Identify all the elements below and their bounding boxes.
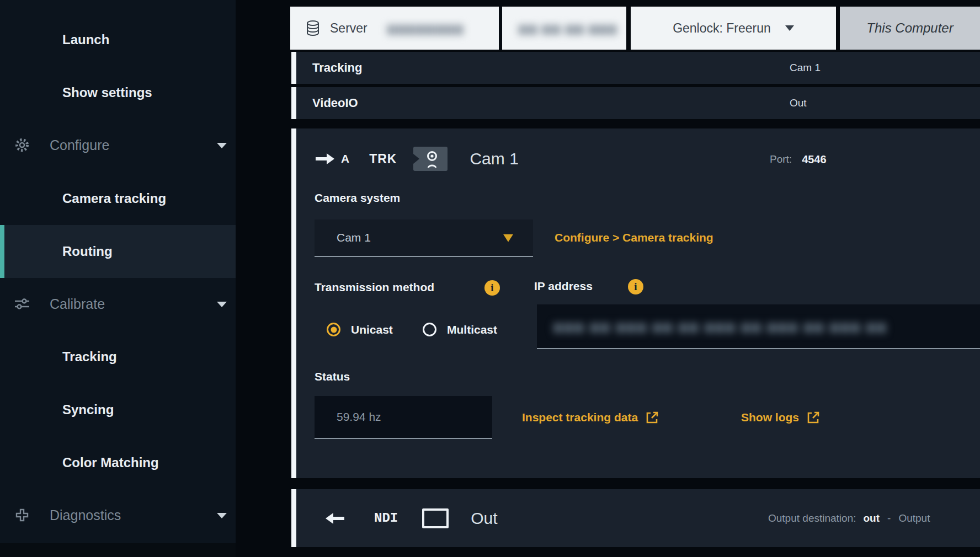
info-icon[interactable]: i [484,280,500,296]
arrow-left-icon [324,512,345,525]
sidebar-item-tracking[interactable]: Tracking [0,330,236,383]
ip-address-redacted: ▆▆▆.▆▆ ▆▆▆.▆▆.▆▆ ▆▆▆.▆▆.▆▆▆ ▆▆.▆▆▆.▆▆ [537,320,887,333]
external-link-icon [645,410,659,425]
sidebar-group-configure[interactable]: Configure [0,119,236,172]
camera-icon [413,147,448,171]
sidebar-item-label: Syncing [0,402,114,417]
radio-unselected-icon[interactable] [423,323,436,336]
selected-indicator-bar [0,225,4,278]
camera-system-value: Cam 1 [337,231,371,244]
show-logs-link[interactable]: Show logs [741,410,821,425]
genlock-dropdown[interactable]: Genlock: Freerun [631,7,836,50]
camera-system-label: Camera system [315,191,400,205]
sliders-icon [12,297,32,311]
server-tab[interactable]: Server ▆▆▆▆▆▆▆▆ ▆▆.▆▆.▆▆.▆▆▆ [290,7,626,50]
server-ip-redacted: ▆▆.▆▆.▆▆.▆▆▆ [519,22,617,35]
sidebar-item-launch[interactable]: Launch [0,13,236,66]
show-logs-label: Show logs [741,411,799,424]
inspect-tracking-data-link[interactable]: Inspect tracking data [522,410,659,425]
ip-address-label: IP address [534,280,593,293]
port-label: Port: [770,153,792,165]
output-destination-readout: Output destination: out - Output [768,489,930,547]
sidebar-item-routing[interactable]: Routing [0,225,236,278]
output-destination-separator: - [887,512,891,524]
sidebar-group-calibrate[interactable]: Calibrate [0,277,236,330]
sidebar-item-label: Launch [0,32,109,47]
tracking-route-panel: A TRK Cam 1 Port: 4546 Camera system Cam… [291,128,980,478]
input-channel-letter: A [341,152,349,165]
port-readout: Port: 4546 [770,153,827,166]
sidebar: Launch Show settings Configure Camera tr… [0,0,236,557]
radio-label: Multicast [447,323,497,336]
sidebar-item-label: Color Matching [0,455,159,470]
info-icon[interactable]: i [628,279,643,294]
sidebar-item-label: Routing [0,244,113,259]
configure-camera-tracking-link[interactable]: Configure > Camera tracking [555,231,713,244]
route-title: Out [471,509,497,528]
route-name: VideoIO [312,96,358,110]
chevron-down-icon [785,25,794,31]
radio-multicast[interactable]: Multicast [423,323,497,336]
database-icon [306,20,320,36]
health-icon [12,508,32,522]
status-label: Status [315,370,350,383]
route-row-videoio[interactable]: VideoIO Out [291,87,980,119]
route-title: Cam 1 [470,149,518,168]
tracking-links-row: Inspect tracking data Show logs [296,403,980,432]
this-computer-label: This Computer [866,20,953,36]
route-type-badge: TRK [369,152,397,167]
sidebar-footer-strip [0,543,236,557]
radio-selected-icon[interactable] [327,323,340,336]
route-value: Cam 1 [790,62,821,74]
camera-system-select[interactable]: Cam 1 [315,219,533,257]
chevron-down-icon[interactable] [217,302,227,307]
tracking-panel-header: A TRK Cam 1 [296,138,980,179]
gear-icon [12,137,32,153]
route-name: Tracking [312,61,362,75]
app-window: Launch Show settings Configure Camera tr… [0,0,980,557]
tab-this-computer[interactable]: This Computer [840,7,980,50]
sidebar-item-show-settings[interactable]: Show settings [0,66,236,119]
output-destination-label: Output destination: [768,512,856,524]
ip-address-field[interactable]: ▆▆▆.▆▆ ▆▆▆.▆▆.▆▆ ▆▆▆.▆▆.▆▆▆ ▆▆.▆▆▆.▆▆ [537,304,980,349]
sidebar-item-syncing[interactable]: Syncing [0,383,236,436]
chevron-down-icon[interactable] [217,143,227,148]
info-glyph: i [491,282,493,294]
sidebar-item-color-matching[interactable]: Color Matching [0,436,236,489]
dropdown-arrow-icon [503,234,513,242]
route-value: Out [790,97,807,109]
sidebar-item-label: Camera tracking [0,191,166,206]
arrow-right-icon [315,152,335,165]
output-monitor-icon [422,508,449,528]
transmission-method-label: Transmission method [315,281,434,294]
server-name-redacted: ▆▆▆▆▆▆▆▆ [387,22,464,35]
external-link-icon [806,410,821,425]
inspect-link-label: Inspect tracking data [522,411,638,424]
sidebar-item-label: Tracking [0,349,117,365]
server-label: Server [330,21,368,36]
radio-label: Unicast [351,323,393,336]
chevron-down-icon[interactable] [217,513,227,518]
radio-unicast[interactable]: Unicast [327,323,393,336]
port-value: 4546 [802,153,827,166]
route-row-tracking[interactable]: Tracking Cam 1 [291,52,980,84]
sidebar-group-diagnostics[interactable]: Diagnostics [0,489,236,542]
sidebar-item-camera-tracking[interactable]: Camera tracking [0,172,236,225]
configure-link-label: Configure > Camera tracking [555,231,713,244]
sidebar-item-label: Show settings [0,85,152,100]
info-glyph: i [634,281,637,293]
output-destination-suffix: Output [898,512,930,524]
genlock-label: Genlock: Freerun [673,21,771,36]
topbar-divider [499,7,502,50]
route-type-badge: NDI [374,511,398,526]
ndi-route-panel: NDI Out Output destination: out - Output [291,489,980,547]
output-destination-value: out [864,512,880,524]
